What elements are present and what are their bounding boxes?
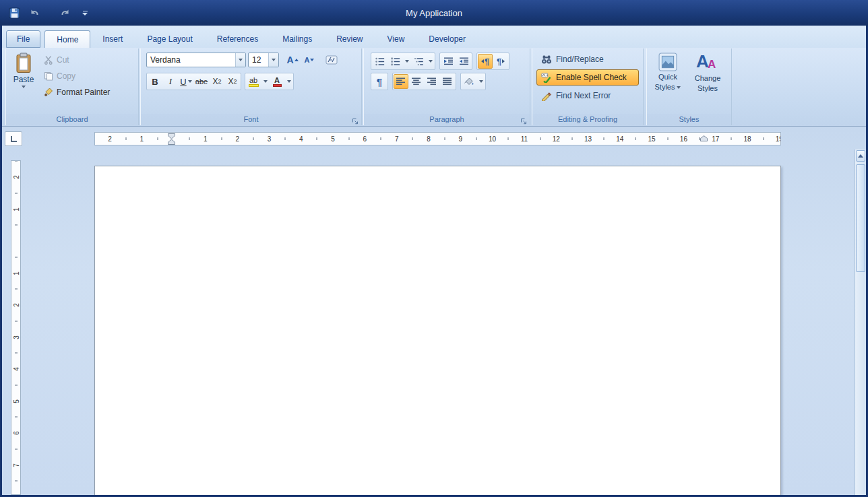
enable-spell-check-label: Enable Spell Check <box>556 73 627 82</box>
clear-formatting-icon <box>326 55 338 65</box>
italic-button[interactable]: I <box>163 74 178 89</box>
tab-home[interactable]: Home <box>44 30 90 48</box>
bullets-icon <box>375 57 385 67</box>
numbering-button[interactable] <box>388 54 402 69</box>
font-color-strip: ab A <box>245 73 294 90</box>
bullets-button[interactable] <box>372 54 387 69</box>
grow-font-button[interactable]: A <box>285 53 300 67</box>
justify-icon <box>443 77 452 86</box>
quick-styles-icon <box>658 53 677 71</box>
quick-styles-button[interactable]: Quick Styles <box>648 50 687 113</box>
tab-review[interactable]: Review <box>324 30 375 48</box>
shading-dropdown-icon[interactable] <box>477 74 485 89</box>
change-styles-label-1: Change <box>695 74 721 83</box>
paragraph-group-label: Paragraph <box>364 114 530 125</box>
align-center-button[interactable] <box>409 74 424 89</box>
find-next-error-icon <box>541 91 552 101</box>
clear-formatting-button[interactable] <box>324 53 339 67</box>
app-window: My Application File Home Insert Page Lay… <box>0 0 868 497</box>
multilevel-list-button[interactable] <box>411 54 426 69</box>
ribbon: Paste Cut <box>2 48 866 127</box>
font-size-combo[interactable]: 12 <box>248 53 279 67</box>
tab-insert[interactable]: Insert <box>90 30 135 48</box>
ltr-pilcrow: ¶ <box>485 57 489 66</box>
align-left-button[interactable] <box>394 74 408 89</box>
superscript-button[interactable]: X2 <box>225 74 240 89</box>
bold-button[interactable]: B <box>148 74 162 89</box>
scrollbar-thumb[interactable] <box>856 164 865 272</box>
indent-marker-left[interactable] <box>168 133 175 147</box>
font-group-label: Font <box>141 114 361 125</box>
multilevel-dropdown-icon[interactable] <box>427 54 434 69</box>
font-format-strip: B I U abe X2 X2 <box>146 73 241 90</box>
paste-button[interactable]: Paste <box>7 50 40 113</box>
marks-strip: ¶ <box>371 73 388 90</box>
format-painter-button[interactable]: Format Painter <box>40 85 114 99</box>
change-styles-button[interactable]: A A Change Styles <box>687 50 728 113</box>
clipboard-group-label: Clipboard <box>6 114 138 125</box>
indent-marker-right[interactable] <box>700 132 708 144</box>
ltr-arrow-icon <box>481 59 484 63</box>
quick-styles-label-1: Quick <box>658 73 677 81</box>
justify-button[interactable] <box>440 74 455 89</box>
tab-file[interactable]: File <box>6 30 40 48</box>
change-styles-label-2: Styles <box>698 84 718 93</box>
enable-spell-check-button[interactable]: Enable Spell Check <box>536 69 639 86</box>
title-bar: My Application <box>0 0 868 26</box>
align-right-button[interactable] <box>425 74 439 89</box>
horizontal-ruler: 2112345678910111213141516171819 <box>94 132 781 145</box>
alignment-strip <box>392 73 456 90</box>
clipboard-icon <box>15 53 32 73</box>
find-next-error-button[interactable]: Find Next Error <box>536 88 639 104</box>
tab-stop-icon <box>11 136 17 142</box>
group-editing-proofing: Find/Replace Enable Spell Check <box>532 48 644 125</box>
increase-indent-icon <box>459 57 469 66</box>
tab-page-layout[interactable]: Page Layout <box>135 30 204 48</box>
shading-button[interactable] <box>462 74 476 89</box>
group-paragraph: ¶ ¶ ¶ <box>363 48 530 125</box>
tab-mailings[interactable]: Mailings <box>270 30 324 48</box>
rtl-pilcrow: ¶ <box>497 57 501 66</box>
group-font: Verdana 12 A A <box>140 48 362 125</box>
vertical-ruler-ticks: 211234567 <box>11 161 20 494</box>
highlight-label: ab <box>249 77 257 84</box>
copy-button[interactable]: Copy <box>40 69 114 83</box>
decrease-indent-icon <box>443 57 454 66</box>
shrink-font-button[interactable]: A <box>302 53 317 67</box>
left-to-right-button[interactable]: ¶ <box>478 54 493 69</box>
numbering-dropdown-icon[interactable] <box>403 54 410 69</box>
font-family-dropdown-icon[interactable] <box>235 53 245 67</box>
tab-references[interactable]: References <box>205 30 270 48</box>
document-workspace: 2112345678910111213141516171819 21123456… <box>2 127 866 495</box>
tab-selector-button[interactable] <box>5 131 22 146</box>
font-family-combo[interactable]: Verdana <box>146 53 246 67</box>
font-color-button[interactable]: A <box>270 74 284 89</box>
font-size-value: 12 <box>249 53 268 67</box>
strikethrough-button[interactable]: abe <box>194 74 209 89</box>
vertical-scrollbar[interactable] <box>855 150 866 495</box>
underline-button[interactable]: U <box>179 74 193 89</box>
tab-developer[interactable]: Developer <box>416 30 478 48</box>
align-right-icon <box>427 77 437 86</box>
grow-font-icon <box>294 59 299 61</box>
scrollbar-up-button[interactable] <box>856 150 865 162</box>
align-center-icon <box>412 77 421 86</box>
document-page[interactable] <box>94 166 781 495</box>
align-left-icon <box>396 77 406 86</box>
find-replace-button[interactable]: Find/Replace <box>536 51 639 67</box>
tab-view[interactable]: View <box>375 30 417 48</box>
highlight-button[interactable]: ab <box>246 74 261 89</box>
right-to-left-button[interactable]: ¶ <box>493 54 508 69</box>
subscript-button[interactable]: X2 <box>210 74 224 89</box>
cut-button[interactable]: Cut <box>40 53 114 67</box>
decrease-indent-button[interactable] <box>441 54 456 69</box>
font-dialog-launcher[interactable] <box>352 116 360 124</box>
highlight-dropdown-icon[interactable] <box>261 74 269 89</box>
font-color-dropdown-icon[interactable] <box>285 74 292 89</box>
increase-indent-button[interactable] <box>456 54 471 69</box>
show-marks-button[interactable]: ¶ <box>372 74 387 89</box>
paragraph-dialog-launcher[interactable] <box>520 116 528 124</box>
format-painter-icon <box>44 88 53 97</box>
find-next-error-label: Find Next Error <box>556 91 611 100</box>
font-size-dropdown-icon[interactable] <box>268 53 278 67</box>
